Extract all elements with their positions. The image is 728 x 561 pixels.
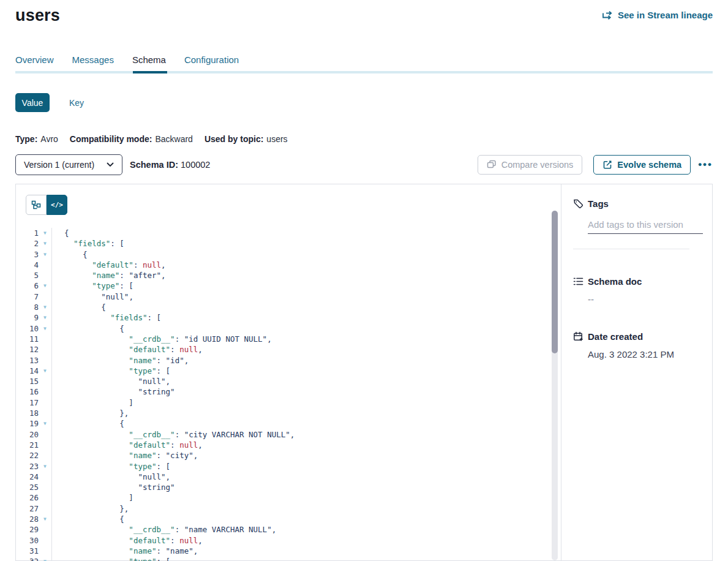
- code-text: "__crdb__": "name VARCHAR NULL",: [52, 524, 276, 535]
- code-line: 18 },: [16, 408, 561, 418]
- version-select[interactable]: Version 1 (current): [15, 154, 122, 175]
- code-line: 14▼ "type": [: [16, 366, 561, 376]
- code-line: 10▼ {: [16, 323, 561, 334]
- line-number: 4: [16, 260, 39, 270]
- code-text: "default": null,: [52, 440, 203, 450]
- code-scrollbar-thumb[interactable]: [552, 211, 558, 353]
- code-line: 3▼ {: [16, 249, 561, 260]
- line-number: 7: [16, 292, 39, 302]
- code-view-button[interactable]: </>: [47, 195, 67, 215]
- schema-id-value: 100002: [181, 160, 210, 170]
- code-text: {: [52, 514, 124, 524]
- fold-arrow-icon[interactable]: ▼: [39, 461, 52, 472]
- line-number: 2: [16, 238, 39, 249]
- code-line: 19▼ {: [16, 418, 561, 429]
- line-number: 29: [16, 524, 39, 535]
- fold-gutter: [39, 408, 52, 418]
- line-number: 3: [16, 249, 39, 260]
- code-text: {: [52, 302, 106, 312]
- key-toggle-link[interactable]: Key: [69, 98, 84, 108]
- fold-gutter: [39, 429, 52, 440]
- fold-arrow-icon[interactable]: ▼: [39, 323, 52, 334]
- code-text: },: [52, 503, 129, 514]
- tab-messages[interactable]: Messages: [72, 55, 114, 71]
- line-number: 22: [16, 450, 39, 461]
- fold-gutter: [39, 535, 52, 546]
- used-by-topic-label: Used by topic:: [205, 134, 263, 144]
- code-line: 12 "default": null,: [16, 344, 561, 355]
- type-label: Type:: [15, 134, 37, 144]
- schema-id-label: Schema ID:: [130, 160, 178, 170]
- code-text: {: [52, 249, 88, 260]
- fold-arrow-icon[interactable]: ▼: [39, 238, 52, 249]
- fold-gutter: [39, 440, 52, 450]
- code-line: 13 "name": "id",: [16, 355, 561, 366]
- tree-view-button[interactable]: [26, 195, 47, 215]
- fold-arrow-icon[interactable]: ▼: [39, 418, 52, 429]
- code-view-icon: </>: [51, 201, 63, 209]
- fold-gutter: [39, 503, 52, 514]
- list-icon: [573, 277, 584, 286]
- code-line: 20 "__crdb__": "city VARCHAR NOT NULL",: [16, 429, 561, 440]
- chevron-down-icon: [107, 162, 114, 167]
- code-text: "string": [52, 386, 175, 397]
- code-text: {: [52, 228, 69, 238]
- line-number: 28: [16, 514, 39, 524]
- fold-gutter: [39, 482, 52, 492]
- fold-arrow-icon[interactable]: ▼: [39, 366, 52, 376]
- tab-overview[interactable]: Overview: [15, 55, 54, 71]
- fold-arrow-icon[interactable]: ▼: [39, 302, 52, 312]
- line-number: 19: [16, 418, 39, 429]
- code-text: "name": "name",: [52, 546, 198, 556]
- compare-versions-button[interactable]: Compare versions: [478, 155, 583, 175]
- code-text: "fields": [: [52, 238, 124, 249]
- schema-page: users See in Stream lineage OverviewMess…: [0, 0, 728, 561]
- code-line: 17 ]: [16, 397, 561, 408]
- tags-input[interactable]: [588, 217, 703, 234]
- fold-arrow-icon[interactable]: ▼: [39, 249, 52, 260]
- sidebar-divider: [573, 249, 689, 249]
- code-line: 8▼ {: [16, 302, 561, 312]
- code-line: 1▼{: [16, 228, 561, 238]
- fold-gutter: [39, 524, 52, 535]
- fold-gutter: [39, 344, 52, 355]
- code-text: {: [52, 323, 124, 334]
- code-line: 7 "null",: [16, 292, 561, 302]
- page-title: users: [15, 6, 60, 25]
- code-text: "default": null,: [52, 260, 166, 270]
- code-scrollbar-track[interactable]: [552, 211, 558, 560]
- line-number: 30: [16, 535, 39, 546]
- more-menu-button[interactable]: •••: [698, 159, 713, 171]
- tab-schema[interactable]: Schema: [132, 55, 166, 71]
- evolve-schema-button[interactable]: Evolve schema: [593, 155, 691, 175]
- topic-link[interactable]: users: [266, 134, 287, 144]
- line-number: 8: [16, 302, 39, 312]
- fold-arrow-icon[interactable]: ▼: [39, 514, 52, 524]
- tree-view-icon: [31, 200, 41, 210]
- stream-lineage-link[interactable]: See in Stream lineage: [602, 10, 713, 20]
- fold-gutter: [39, 270, 52, 280]
- fold-arrow-icon[interactable]: ▼: [39, 228, 52, 238]
- code-text: "type": [: [52, 556, 170, 561]
- code-line: 24 "null",: [16, 472, 561, 482]
- value-toggle-button[interactable]: Value: [15, 93, 50, 112]
- fold-arrow-icon[interactable]: ▼: [39, 280, 52, 291]
- line-number: 10: [16, 323, 39, 334]
- code-line: 22 "name": "city",: [16, 450, 561, 461]
- line-number: 20: [16, 429, 39, 440]
- code-text: "type": [: [52, 366, 170, 376]
- schema-json-code: 1▼{2▼ "fields": [3▼ {4 "default": null,5…: [16, 228, 561, 561]
- line-number: 32: [16, 556, 39, 561]
- fold-arrow-icon[interactable]: ▼: [39, 312, 52, 323]
- view-toggle: </>: [26, 195, 561, 215]
- fold-arrow-icon[interactable]: ▼: [39, 556, 52, 561]
- code-line: 5 "name": "after",: [16, 270, 561, 280]
- compare-icon: [487, 160, 497, 170]
- code-line: 9▼ "fields": [: [16, 312, 561, 323]
- tab-configuration[interactable]: Configuration: [184, 55, 239, 71]
- code-line: 30 "default": null,: [16, 535, 561, 546]
- date-created-heading: Date created: [588, 331, 643, 342]
- edit-icon: [602, 160, 612, 170]
- compatibility-value: Backward: [155, 134, 192, 144]
- code-text: "type": [: [52, 461, 170, 472]
